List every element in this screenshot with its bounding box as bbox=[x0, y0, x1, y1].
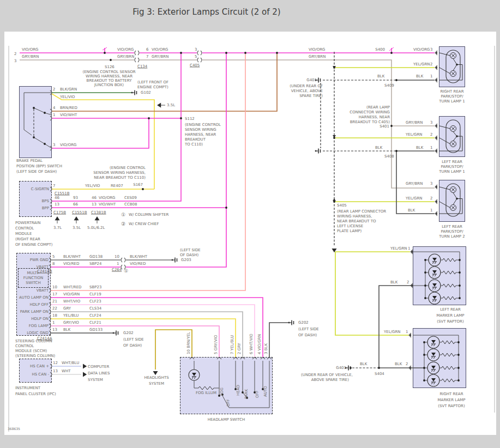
diagram-label: 2 bbox=[407, 281, 409, 284]
led-symbol bbox=[432, 258, 437, 261]
led-symbol bbox=[432, 357, 433, 359]
diagram-label: NEAR BREAKOUT TO bbox=[337, 220, 376, 223]
diagram-label: VIO/ORG bbox=[309, 48, 326, 52]
wire-bpp-arm1 bbox=[34, 108, 45, 113]
bulb-lead bbox=[439, 202, 450, 208]
pin-connector-icon bbox=[49, 324, 51, 328]
arrow-icon bbox=[74, 216, 79, 220]
g203-ground bbox=[172, 259, 173, 261]
diagram-label: TURN LAMP 1 bbox=[439, 170, 465, 174]
resistor-symbol bbox=[443, 258, 456, 262]
diagram-label: 1 bbox=[52, 321, 55, 325]
resistor-symbol bbox=[443, 284, 456, 287]
led-symbol bbox=[435, 300, 436, 302]
diagram-label: VIO/WHT bbox=[99, 203, 116, 207]
junction-dot bbox=[244, 52, 246, 54]
diagram-label: MULTI- bbox=[27, 271, 40, 275]
diagram-label: S405 bbox=[337, 204, 347, 208]
led-symbol bbox=[192, 373, 196, 376]
diagram-label: YEL/GRN bbox=[384, 330, 400, 334]
diagram-label: FOG LAMP bbox=[29, 324, 49, 328]
diagram-label: ENGINE COMPT) bbox=[137, 86, 168, 89]
diagram-label: LEFT LICENSE bbox=[337, 225, 363, 228]
bulb-lead bbox=[439, 68, 450, 74]
resistor-symbol bbox=[442, 366, 455, 370]
diagram-label: VIO/GRN bbox=[63, 293, 80, 296]
diagram-label: G203 bbox=[181, 258, 191, 262]
diagram-label: 2 bbox=[53, 88, 55, 92]
diagram-label: G202 bbox=[123, 331, 134, 335]
g401b-ground bbox=[315, 150, 317, 152]
diagram-label: BRAKE PEDAL bbox=[16, 159, 43, 163]
diagram-label: GD138 bbox=[89, 255, 103, 259]
pin-connector-icon bbox=[50, 364, 52, 368]
diagram-label: (RIGHT REAR bbox=[15, 238, 40, 241]
diagram-label: 3 bbox=[430, 48, 432, 52]
diagram-label: BLK bbox=[416, 146, 423, 150]
wire-bpp-in3 bbox=[24, 130, 32, 135]
led-symbol bbox=[432, 370, 433, 372]
diagram-label: OF DASH) bbox=[123, 344, 142, 348]
diagram-label: 2 GRY bbox=[238, 343, 242, 354]
diagram-label: STEERING COLUMN bbox=[15, 340, 52, 343]
diagram-label: (UNDER REAR OF bbox=[290, 84, 323, 88]
diagram-label: COMPUTER bbox=[88, 365, 109, 369]
diagram-label: NEAR BREAKOUT TO C110) bbox=[94, 176, 146, 180]
diagram-label: BLK bbox=[377, 75, 384, 78]
diagram-label: VIO/RED bbox=[63, 262, 79, 266]
junction-dot bbox=[276, 52, 278, 54]
diagram-label: S404 bbox=[375, 372, 384, 376]
diagram-label: CLF19 bbox=[89, 293, 101, 296]
document-code: 368635 bbox=[8, 427, 20, 431]
diagram-label: (LEFT SIDE bbox=[123, 338, 144, 342]
diagram-label: 1 bbox=[408, 247, 410, 251]
diagram-label: C134 bbox=[137, 65, 147, 69]
wire-wht-vio bbox=[51, 305, 255, 357]
led-symbol bbox=[433, 275, 434, 276]
diagram-label: VIO/ORG bbox=[99, 196, 116, 200]
junction-dot bbox=[180, 117, 182, 119]
led-symbol bbox=[434, 357, 435, 359]
diagram-label: G202 bbox=[298, 321, 309, 325]
diagram-label: YEL/BLU bbox=[63, 314, 79, 318]
diagram-label: C1551B bbox=[72, 211, 87, 215]
led-symbol bbox=[432, 344, 433, 346]
junction-dot bbox=[44, 143, 46, 145]
diagram-label: 10 bbox=[52, 286, 57, 289]
diagram-label: SBP23 bbox=[89, 286, 101, 289]
diagram-label: YEL/GRN bbox=[413, 63, 430, 66]
diagram-label: SWITCH bbox=[26, 281, 40, 285]
diagram-label: SBP24 bbox=[89, 262, 101, 266]
diagram-label: HDLP OFF bbox=[29, 303, 49, 307]
diagram-label: C1381B bbox=[91, 211, 106, 215]
diagram-label: 5.0L/6.2L bbox=[87, 226, 105, 230]
diagram-label: (LEFT SIDE bbox=[298, 328, 319, 331]
diagram-label: OFF bbox=[227, 399, 231, 407]
diagram-label: S409 bbox=[384, 84, 394, 88]
diagram-label: 3 bbox=[430, 121, 432, 125]
diagram-label: 13 bbox=[53, 370, 58, 373]
junction-dot bbox=[390, 52, 393, 54]
diagram-label: BLK/WHT bbox=[63, 255, 81, 259]
diagram-label: PARK/STOP/ bbox=[441, 95, 463, 99]
diagram-label: 4 bbox=[53, 106, 55, 110]
diagram-label: RE407 bbox=[111, 184, 123, 188]
diagram-label: 3 bbox=[430, 182, 432, 186]
resistor-symbol bbox=[443, 271, 456, 274]
diagram-label: G401 bbox=[306, 78, 317, 82]
pin-connector-icon bbox=[261, 358, 265, 359]
pin-connector-icon bbox=[240, 358, 245, 359]
diagram-label: WHT/VIO bbox=[63, 300, 80, 304]
pin-connector-icon bbox=[50, 187, 52, 191]
diagram-label: BREAKOUT TO BATTERY bbox=[87, 79, 132, 83]
diagram-label: 2 bbox=[406, 362, 408, 366]
diagram-label: VIO/ORG bbox=[413, 48, 430, 52]
junction-dot bbox=[378, 367, 380, 369]
diagram-label: 3 bbox=[195, 48, 197, 52]
pin-connector-icon bbox=[50, 205, 52, 210]
diagram-label: VIO/ORG bbox=[152, 48, 168, 52]
diagram-label: S400 bbox=[375, 48, 385, 52]
diagram-label: 1 bbox=[430, 75, 432, 78]
diagram-label: 13 bbox=[52, 328, 57, 332]
diagram-label: 13 bbox=[55, 203, 59, 207]
